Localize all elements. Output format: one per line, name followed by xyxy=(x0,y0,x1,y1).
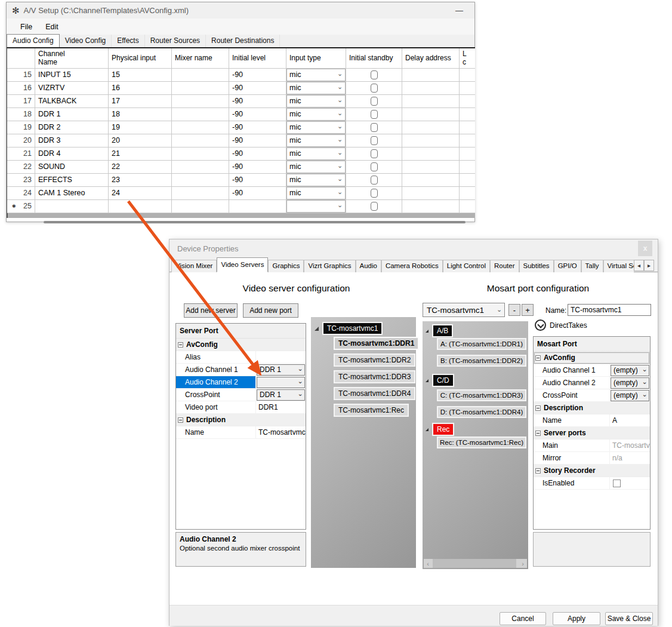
expander-icon[interactable] xyxy=(426,330,429,333)
cell-physical-input[interactable] xyxy=(109,200,172,213)
cell-clipped[interactable] xyxy=(460,95,475,107)
cell-delay-address[interactable] xyxy=(402,200,460,213)
crosspoint-dropdown[interactable]: (empty) xyxy=(611,390,649,401)
cell-initial-level[interactable]: -90 xyxy=(229,95,286,107)
cell-clipped[interactable] xyxy=(460,134,475,147)
tree-horizontal-scrollbar[interactable]: ‹ › xyxy=(424,559,527,568)
cell-clipped[interactable] xyxy=(460,187,475,199)
input-type-dropdown[interactable]: mic xyxy=(286,161,346,173)
property-label-selected[interactable]: Audio Channel 2 xyxy=(176,376,256,388)
video-port-value[interactable]: DDR1 xyxy=(256,401,306,413)
cell-mixer-name[interactable] xyxy=(172,200,229,213)
cell-channel-name[interactable]: DDR 1 xyxy=(35,108,109,121)
cell-physical-input[interactable]: 23 xyxy=(109,174,172,186)
tab-camera-robotics[interactable]: Camera Robotics xyxy=(381,260,443,272)
tab-audio-config[interactable]: Audio Config xyxy=(7,34,60,47)
input-type-dropdown[interactable]: mic xyxy=(286,174,346,186)
property-label[interactable]: Name xyxy=(534,414,610,426)
property-label[interactable]: Main xyxy=(534,439,610,451)
server-port-node[interactable]: TC-mosartvmc1:DDR2 xyxy=(334,354,415,367)
cell-channel-name[interactable]: DDR 2 xyxy=(35,121,109,134)
input-type-dropdown[interactable]: mic xyxy=(286,147,346,160)
row-selector[interactable]: 17 xyxy=(7,95,35,107)
input-type-dropdown[interactable]: mic xyxy=(286,95,346,107)
close-button[interactable]: x xyxy=(638,241,652,256)
tab-video-config[interactable]: Video Config xyxy=(60,35,112,47)
tab-vizrt-graphics[interactable]: Vizrt Graphics xyxy=(304,260,355,272)
row-selector[interactable]: 16 xyxy=(7,82,35,94)
cell-physical-input[interactable]: 18 xyxy=(109,108,172,121)
remove-port-button[interactable]: - xyxy=(508,304,520,316)
row-selector[interactable]: 15 xyxy=(7,69,35,81)
cell-channel-name[interactable] xyxy=(35,200,109,213)
tab-light-control[interactable]: Light Control xyxy=(443,260,490,272)
server-port-node[interactable]: TC-mosartvmc1:DDR3 xyxy=(334,370,415,383)
initial-standby-checkbox[interactable] xyxy=(371,136,378,145)
cell-channel-name[interactable]: VIZRTV xyxy=(35,82,109,94)
scroll-left-icon[interactable]: ‹ xyxy=(424,560,432,567)
collapse-minus-icon[interactable] xyxy=(535,468,541,474)
col-header-initial-standby[interactable]: Initial standby xyxy=(346,48,402,68)
row-selector[interactable]: 22 xyxy=(7,161,35,173)
cell-initial-level[interactable] xyxy=(229,200,286,213)
tab-router-destinations[interactable]: Router Destinations xyxy=(206,35,280,47)
property-label[interactable]: IsEnabled xyxy=(534,477,610,489)
cell-physical-input[interactable]: 19 xyxy=(109,121,172,134)
property-label[interactable]: Name xyxy=(176,426,256,438)
property-label[interactable]: CrossPoint xyxy=(534,389,610,401)
row-selector[interactable]: 19 xyxy=(7,121,35,134)
cell-delay-address[interactable] xyxy=(402,147,460,160)
col-header-input-type[interactable]: Input type xyxy=(286,48,346,68)
cell-channel-name[interactable]: DDR 4 xyxy=(35,147,109,160)
cell-initial-level[interactable]: -90 xyxy=(229,108,286,121)
initial-standby-checkbox[interactable] xyxy=(371,149,378,158)
server-port-node[interactable]: TC-mosartvmc1:Rec xyxy=(334,404,409,417)
audio-channel-1-dropdown[interactable]: DDR 1 xyxy=(257,364,305,376)
crosspoint-dropdown[interactable]: DDR 1 xyxy=(257,389,305,401)
cell-channel-name[interactable]: SOUND xyxy=(35,161,109,173)
isenabled-checkbox[interactable] xyxy=(613,480,621,487)
cell-mixer-name[interactable] xyxy=(172,108,229,121)
cell-physical-input[interactable]: 17 xyxy=(109,95,172,107)
port-node-d[interactable]: D: (TC-mosartvmc1:DDR4) xyxy=(437,406,526,418)
cell-channel-name[interactable]: EFFECTS xyxy=(35,174,109,186)
row-selector[interactable]: 23 xyxy=(7,174,35,186)
col-header-delay-address[interactable]: Delay address xyxy=(402,48,460,68)
cell-initial-level[interactable]: -90 xyxy=(229,134,286,147)
menu-file[interactable]: File xyxy=(14,20,39,33)
tab-vision-mixer[interactable]: Vision Mixer xyxy=(171,260,217,272)
initial-standby-checkbox[interactable] xyxy=(371,70,378,79)
initial-standby-checkbox[interactable] xyxy=(371,176,378,185)
tab-gpio[interactable]: GPI/O xyxy=(554,260,581,272)
cell-delay-address[interactable] xyxy=(402,69,460,81)
scrollbar-thumb[interactable] xyxy=(44,221,466,223)
cell-mixer-name[interactable] xyxy=(172,82,229,94)
server-root-node[interactable]: TC-mosartvmc1 xyxy=(322,322,383,335)
collapse-minus-icon[interactable] xyxy=(535,355,541,361)
input-type-dropdown[interactable]: mic xyxy=(286,69,346,81)
input-type-dropdown[interactable]: mic xyxy=(286,134,346,147)
name-value[interactable]: A xyxy=(610,414,650,426)
tab-graphics[interactable]: Graphics xyxy=(268,260,304,272)
property-label[interactable]: Audio Channel 1 xyxy=(176,364,256,376)
cell-channel-name[interactable]: INPUT 15 xyxy=(35,69,109,81)
save-and-close-button[interactable]: Save & Close xyxy=(605,612,653,625)
cell-initial-level[interactable]: -90 xyxy=(229,161,286,173)
collapse-minus-icon[interactable] xyxy=(178,342,183,348)
cell-clipped[interactable] xyxy=(460,161,475,173)
collapse-minus-icon[interactable] xyxy=(535,405,541,411)
cell-initial-level[interactable]: -90 xyxy=(229,174,286,186)
alias-value[interactable] xyxy=(256,351,306,363)
cell-channel-name[interactable]: TALKBACK xyxy=(35,95,109,107)
add-new-server-button[interactable]: Add new server xyxy=(184,303,238,318)
cell-delay-address[interactable] xyxy=(402,134,460,147)
cell-delay-address[interactable] xyxy=(402,187,460,199)
tab-scroll-left-icon[interactable] xyxy=(634,260,644,271)
port-group-rec[interactable]: Rec xyxy=(432,423,454,436)
category-avconfig[interactable]: AvConfig xyxy=(176,339,306,351)
row-selector[interactable]: 24 xyxy=(7,187,35,199)
audio-channel-1-dropdown[interactable]: (empty) xyxy=(611,365,649,376)
cell-delay-address[interactable] xyxy=(402,174,460,186)
tab-audio[interactable]: Audio xyxy=(356,260,381,272)
collapse-minus-icon[interactable] xyxy=(535,431,541,436)
